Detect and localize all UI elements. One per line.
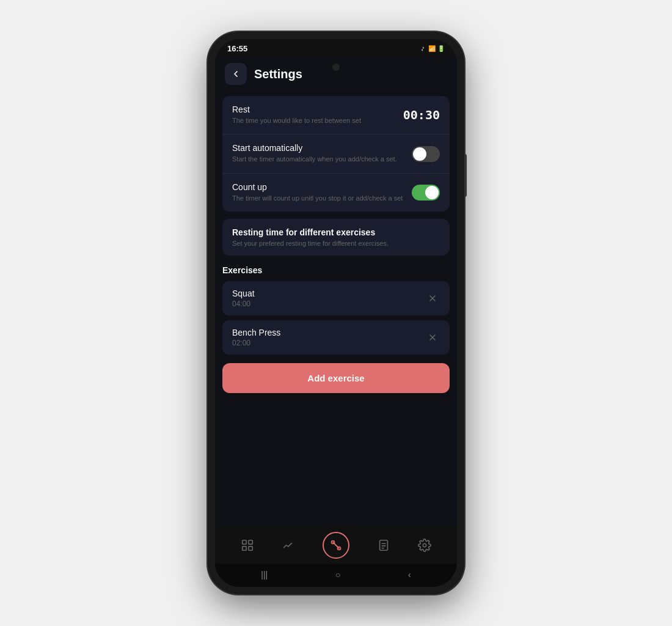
nav-dashboard[interactable] (241, 539, 254, 552)
start-auto-toggle[interactable] (412, 146, 440, 162)
status-time: 16:55 (227, 44, 247, 53)
phone-frame: 16:55 📶 🔋 Settings (208, 32, 464, 594)
bluetooth-icon (419, 45, 426, 53)
main-settings-card: Rest The time you would like to rest bet… (222, 96, 450, 212)
clipboard-icon (377, 539, 390, 552)
exercises-label: Exercises (215, 259, 457, 279)
svg-rect-6 (243, 547, 246, 550)
resting-section-card: Resting time for different exercises Set… (222, 219, 450, 256)
android-menu-btn[interactable]: ||| (261, 570, 268, 580)
count-up-knob (425, 186, 439, 199)
svg-rect-4 (243, 540, 246, 544)
nav-log[interactable] (377, 539, 390, 552)
exercise-bench-press[interactable]: Bench Press 02:00 (222, 320, 450, 355)
rest-setting-left: Rest The time you would like to rest bet… (232, 105, 403, 125)
back-arrow-icon (231, 69, 241, 79)
start-auto-knob (413, 147, 426, 161)
status-bar: 16:55 📶 🔋 (215, 39, 457, 56)
exercise-squat[interactable]: Squat 04:00 (222, 281, 450, 315)
dumbbell-icon (330, 539, 342, 551)
exercise-bench-press-time: 02:00 (232, 339, 280, 347)
svg-line-11 (334, 544, 337, 547)
count-up-label: Count up (232, 182, 412, 192)
start-auto-desc: Start the timer automatically when you a… (232, 155, 412, 164)
screen-content: Settings Rest The time you would like to… (215, 56, 457, 526)
gear-icon (418, 539, 431, 552)
phone-screen: 16:55 📶 🔋 Settings (215, 39, 457, 587)
start-auto-left: Start automatically Start the timer auto… (232, 143, 412, 164)
rest-label: Rest (232, 105, 403, 114)
resting-title: Resting time for different exercises (232, 227, 440, 237)
signal-icon: 📶 (428, 45, 436, 52)
nav-workout-center[interactable] (323, 532, 349, 559)
bottom-nav (215, 526, 457, 564)
camera-notch (332, 64, 340, 71)
battery-icon: 🔋 (437, 45, 445, 52)
exercise-bench-press-info: Bench Press 02:00 (232, 328, 280, 347)
count-up-toggle[interactable] (412, 185, 440, 201)
svg-rect-12 (379, 540, 387, 551)
svg-rect-7 (249, 547, 252, 550)
page-header: Settings (215, 56, 457, 92)
rest-description: The time you would like to rest between … (232, 116, 403, 125)
exercise-squat-name: Squat (232, 289, 255, 298)
nav-progress[interactable] (282, 539, 295, 552)
remove-bench-press-button[interactable] (425, 330, 440, 345)
start-automatically-row: Start automatically Start the timer auto… (222, 134, 450, 173)
nav-settings[interactable] (418, 539, 431, 552)
exercise-squat-info: Squat 04:00 (232, 289, 255, 308)
android-home-btn[interactable]: ○ (335, 570, 340, 580)
chart-icon (282, 539, 295, 552)
add-exercise-button[interactable]: Add exercise (222, 363, 450, 393)
android-nav: ||| ○ ‹ (215, 564, 457, 587)
exercise-squat-time: 04:00 (232, 300, 255, 308)
svg-rect-5 (249, 540, 252, 544)
resting-desc: Set your prefered resting time for diffe… (232, 240, 440, 247)
page-title: Settings (254, 67, 302, 81)
exercise-bench-press-name: Bench Press (232, 328, 280, 337)
svg-point-16 (423, 543, 426, 547)
close-squat-icon (428, 293, 437, 303)
count-up-desc: The timer will count up unitl you stop i… (232, 194, 412, 203)
back-button[interactable] (225, 63, 247, 85)
rest-time-value[interactable]: 00:30 (403, 108, 440, 122)
count-up-left: Count up The timer will count up unitl y… (232, 182, 412, 203)
close-bench-icon (428, 333, 437, 342)
status-icons: 📶 🔋 (419, 45, 445, 53)
start-auto-label: Start automatically (232, 143, 412, 153)
count-up-row: Count up The timer will count up unitl y… (222, 174, 450, 212)
grid-icon (241, 539, 254, 552)
rest-setting-row[interactable]: Rest The time you would like to rest bet… (222, 96, 450, 134)
remove-squat-button[interactable] (425, 291, 440, 306)
android-back-btn[interactable]: ‹ (408, 570, 411, 580)
